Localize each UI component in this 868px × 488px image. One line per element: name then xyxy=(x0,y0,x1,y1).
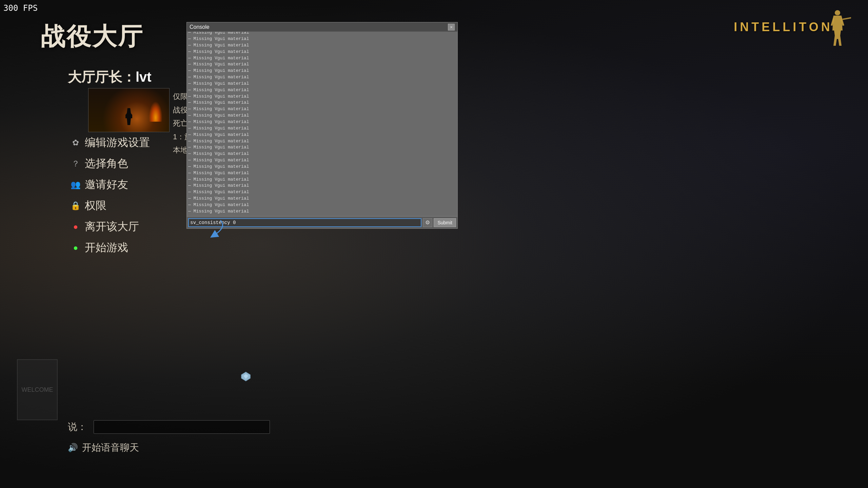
console-line: — Missing Vgui material xyxy=(188,164,456,170)
console-line: — Missing Vgui material xyxy=(188,49,456,55)
console-line: — Missing Vgui material xyxy=(188,119,456,125)
thumbnail-figure xyxy=(125,108,132,125)
speaker-icon: 🔊 xyxy=(68,443,78,452)
menu-item-leave-lobby[interactable]: ● 离开该大厅 xyxy=(68,218,153,236)
console-line: — Missing Vgui material xyxy=(188,132,456,138)
menu-label-invite-friend: 邀请好友 xyxy=(85,177,128,192)
sign-text: WELCOME xyxy=(21,386,53,393)
console-line: — Missing Vgui material xyxy=(188,208,456,215)
console-line: — Missing Vgui material xyxy=(188,32,456,36)
say-input-box[interactable] xyxy=(94,420,270,434)
menu-item-invite-friend[interactable]: 👥 邀请好友 xyxy=(68,176,153,194)
menu-label-leave-lobby: 离开该大厅 xyxy=(85,219,139,234)
game-background: 300 FPS INTELLITON 战役大厅 大厅厅长：lvt 仅限 战役 死… xyxy=(0,0,868,488)
console-line: — Missing Vgui material xyxy=(188,100,456,106)
host-label-text: 大厅厅长： xyxy=(68,69,136,84)
console-line: — Missing Vgui material xyxy=(188,177,456,183)
console-line: — Missing Vgui material xyxy=(188,106,456,113)
menu-item-permissions[interactable]: 🔒 权限 xyxy=(68,197,153,215)
thumbnail-fire-effect xyxy=(149,101,162,122)
console-line: — Missing Vgui material xyxy=(188,68,456,74)
role-icon: ？ xyxy=(71,159,81,169)
svg-rect-0 xyxy=(843,17,851,20)
invite-icon: 👥 xyxy=(71,180,81,190)
console-close-button[interactable]: × xyxy=(448,24,455,30)
console-title: Console xyxy=(190,24,448,30)
soldier-icon xyxy=(824,7,851,47)
menu-label-start-game: 开始游戏 xyxy=(85,240,128,255)
start-icon: ● xyxy=(71,243,81,253)
console-titlebar: Console × xyxy=(187,22,457,32)
fps-counter: 300 FPS xyxy=(3,3,38,13)
console-line: — Missing Vgui material xyxy=(188,81,456,87)
console-input-field[interactable] xyxy=(188,218,421,227)
lock-icon: 🔒 xyxy=(71,201,81,211)
say-area: 说： xyxy=(68,420,270,434)
console-line: — Missing Vgui material xyxy=(188,157,456,164)
console-submit-button[interactable]: Submit xyxy=(434,218,456,227)
console-line: — Missing Vgui material xyxy=(188,138,456,145)
console-line: — Missing Vgui material xyxy=(188,125,456,132)
console-line: — Missing Vgui material xyxy=(188,202,456,208)
console-line: — Missing Vgui material xyxy=(188,42,456,49)
lobby-title: 战役大厅 xyxy=(41,20,144,53)
thumbnail-scene xyxy=(88,88,169,132)
gem-icon xyxy=(241,371,251,383)
console-line: — Missing Vgui material xyxy=(188,170,456,177)
bg-sign: WELCOME xyxy=(17,359,58,420)
console-line: — Missing Vgui material xyxy=(188,189,456,196)
console-input-area: ⚙ Submit xyxy=(187,216,457,228)
console-line: — Missing Vgui material xyxy=(188,113,456,119)
host-label: 大厅厅长：lvt xyxy=(68,68,152,86)
console-window: Console × — Missing Vgui material— Missi… xyxy=(186,22,458,229)
settings-icon: ✿ xyxy=(71,138,81,148)
menu-label-select-role: 选择角色 xyxy=(85,156,128,171)
menu-item-select-role[interactable]: ？ 选择角色 xyxy=(68,155,153,172)
console-line: — Missing Vgui material xyxy=(188,183,456,189)
console-settings-icon-button[interactable]: ⚙ xyxy=(423,218,432,227)
console-line: — Missing Vgui material xyxy=(188,87,456,94)
console-line: — Missing Vgui material xyxy=(188,74,456,81)
menu-item-start-game[interactable]: ● 开始游戏 xyxy=(68,239,153,257)
console-output[interactable]: — Missing Vgui material— Missing Vgui ma… xyxy=(187,32,457,216)
console-line: — Missing Vgui material xyxy=(188,61,456,68)
console-line: — Missing Vgui material xyxy=(188,151,456,157)
console-line: — Missing Vgui material xyxy=(188,36,456,42)
menu-item-edit-settings[interactable]: ✿ 编辑游戏设置 xyxy=(68,134,153,151)
console-line: — Missing Vgui material xyxy=(188,94,456,100)
host-name: lvt xyxy=(136,69,152,84)
top-right-logo: INTELLITON xyxy=(732,14,834,41)
console-line: — Missing Vgui material xyxy=(188,196,456,202)
menu-label-permissions: 权限 xyxy=(85,198,106,213)
logo-text: INTELLITON xyxy=(734,20,832,34)
console-line: — Missing Vgui material xyxy=(188,144,456,151)
menu-list: ✿ 编辑游戏设置 ？ 选择角色 👥 邀请好友 🔒 权限 ● 离开该大厅 ● 开始… xyxy=(68,134,153,257)
voice-chat-label: 开始语音聊天 xyxy=(82,441,139,454)
menu-label-edit-settings: 编辑游戏设置 xyxy=(85,135,150,150)
say-label: 说： xyxy=(68,421,87,433)
console-line: — Missing Vgui material xyxy=(188,55,456,62)
map-thumbnail xyxy=(88,88,170,132)
voice-chat-button[interactable]: 🔊 开始语音聊天 xyxy=(68,441,139,454)
leave-icon: ● xyxy=(71,222,81,232)
